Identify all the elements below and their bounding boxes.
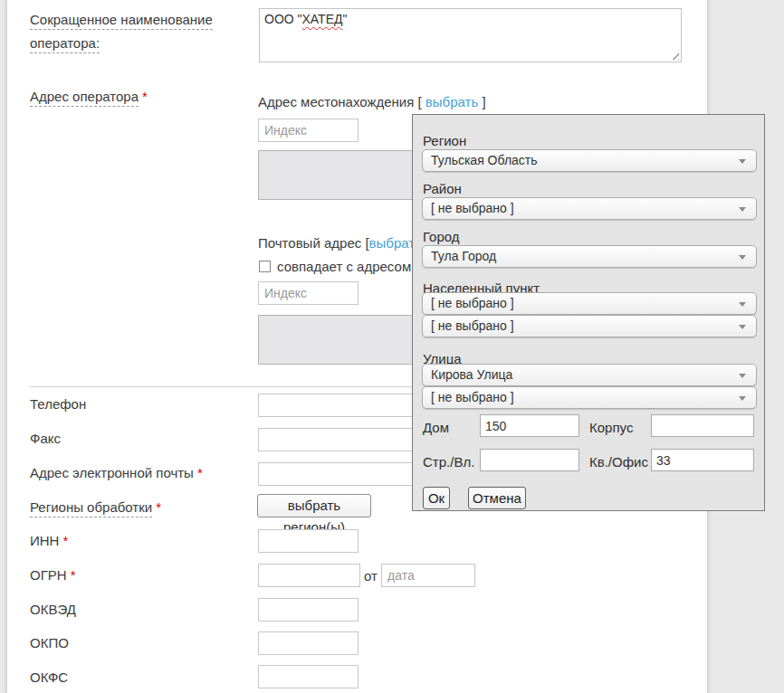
region-label: Регион xyxy=(423,133,466,148)
required-marker: * xyxy=(62,533,68,548)
required-marker: * xyxy=(197,465,203,480)
chevron-down-icon xyxy=(739,302,746,307)
ogrn-from-label: от xyxy=(364,567,378,585)
location-index-input[interactable] xyxy=(258,119,359,142)
ogrn-label: ОГРН* xyxy=(30,566,75,584)
short-name-label: Сокращенное наименование оператора: xyxy=(30,8,247,55)
structure-label: Стр./Вл. xyxy=(423,454,474,470)
city-label: Город xyxy=(423,229,460,244)
address-select-popup: Регион Тульская Область Район [ не выбра… xyxy=(412,114,765,511)
postal-address-line: Почтовый адрес [выбрать ] xyxy=(258,234,429,252)
okpo-input[interactable] xyxy=(258,631,359,655)
operator-registration-form: Сокращенное наименование оператора: ООО … xyxy=(0,0,784,693)
resize-grip-icon[interactable] xyxy=(670,51,679,60)
postal-index-input[interactable] xyxy=(258,281,359,305)
okved-input[interactable] xyxy=(258,598,359,622)
select-location-link[interactable]: выбрать xyxy=(425,94,478,109)
regions-label: Регионы обработки* xyxy=(30,498,161,517)
district-label: Район xyxy=(423,181,462,196)
phone-label: Телефон xyxy=(30,395,86,413)
okved-label: ОКВЭД xyxy=(30,601,76,619)
fax-label: Факс xyxy=(30,430,61,448)
inn-label: ИНН* xyxy=(30,532,68,550)
chevron-down-icon xyxy=(739,159,746,164)
inn-input[interactable] xyxy=(258,529,359,553)
required-marker: * xyxy=(142,89,148,104)
same-address-checkbox[interactable] xyxy=(259,261,271,272)
house-input[interactable] xyxy=(480,414,579,437)
chevron-down-icon xyxy=(739,207,746,212)
district-select[interactable]: [ не выбрано ] xyxy=(422,197,757,220)
chevron-down-icon xyxy=(739,325,746,329)
settlement-select-2[interactable]: [ не выбрано ] xyxy=(422,315,757,337)
street-select-1[interactable]: Кирова Улица xyxy=(422,364,757,386)
region-select[interactable]: Тульская Область xyxy=(422,149,757,172)
chevron-down-icon xyxy=(739,255,746,260)
house-label: Дом xyxy=(423,420,449,435)
okfs-input[interactable] xyxy=(258,665,359,688)
ogrn-date-input[interactable] xyxy=(381,564,475,587)
apartment-label: Кв./Офис xyxy=(589,454,648,470)
ogrn-input[interactable] xyxy=(258,564,360,587)
chevron-down-icon xyxy=(739,374,746,378)
cancel-button[interactable]: Отмена xyxy=(468,487,526,509)
settlement-select-1[interactable]: [ не выбрано ] xyxy=(422,292,757,315)
operator-address-label: Адрес оператора* xyxy=(30,88,148,106)
structure-input[interactable] xyxy=(480,449,579,471)
apartment-input[interactable] xyxy=(651,449,754,471)
location-address-line: Адрес местонахождения [ выбрать ] xyxy=(258,93,486,111)
building-input[interactable] xyxy=(651,414,754,437)
chevron-down-icon xyxy=(739,396,746,401)
building-label: Корпус xyxy=(589,420,633,435)
short-name-textarea[interactable]: ООО "ХАТЕД" xyxy=(259,8,682,62)
email-label: Адрес электронной почты* xyxy=(30,464,203,482)
okfs-label: ОКФС xyxy=(30,669,68,687)
misspelled-word: ХАТЕД xyxy=(302,12,343,26)
required-marker: * xyxy=(71,567,76,583)
short-name-value: ООО " xyxy=(264,12,302,26)
ok-button[interactable]: Ок xyxy=(423,487,450,509)
okpo-label: ОКПО xyxy=(30,634,69,652)
select-regions-button[interactable]: выбрать регион(ы) xyxy=(257,494,371,517)
street-select-2[interactable]: [ не выбрано ] xyxy=(422,386,757,409)
required-marker: * xyxy=(156,499,161,515)
city-select[interactable]: Тула Город xyxy=(422,245,757,268)
